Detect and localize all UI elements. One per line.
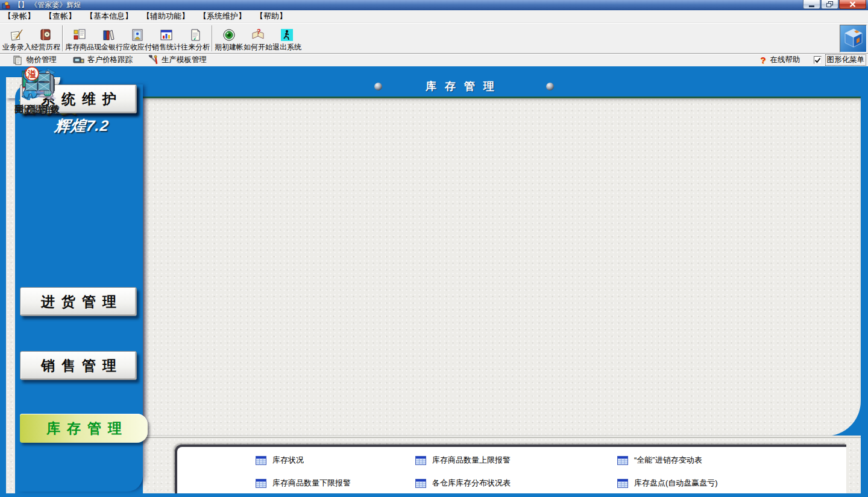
- svg-text:溢: 溢: [27, 69, 36, 78]
- report-label: “全能”进销存变动表: [634, 455, 702, 466]
- table-icon: [256, 479, 266, 488]
- toolbar2: 物价管理 客户价格跟踪 生产模板管理 ? 在线帮助: [0, 53, 868, 66]
- toolbar2-price-management[interactable]: 物价管理: [13, 55, 57, 65]
- toolbar: 业务录入 经营历程 库: [0, 23, 868, 53]
- toolbar-label: 库存商品: [65, 43, 94, 51]
- menu-query[interactable]: 【查帐】: [45, 11, 76, 22]
- window-controls: [802, 0, 866, 9]
- toolbar-cash-bank[interactable]: 现金银行: [94, 24, 123, 53]
- report-label: 库存商品数量下限报警: [272, 478, 351, 489]
- report-upper-limit-alarm[interactable]: 库存商品数量上限报警: [415, 455, 511, 466]
- toolbar-account-analysis[interactable]: 往来分析: [181, 24, 210, 53]
- toolbar-separator: [62, 25, 63, 51]
- customer-price-icon: [72, 55, 84, 65]
- online-help-link[interactable]: 在线帮助: [770, 55, 800, 65]
- analysis-doc-icon: [188, 27, 203, 43]
- sidebar-item-sales[interactable]: 销售管理: [20, 351, 137, 380]
- price-doc-icon: [13, 55, 24, 65]
- menu-system-maintenance[interactable]: 【系统维护】: [199, 11, 246, 22]
- close-icon: [849, 1, 856, 7]
- menu-record[interactable]: 【录帐】: [4, 11, 35, 22]
- app-window: 【】 《管家婆》辉煌 【录帐】 【查帐】 【基本信息】 【辅助功能】 【系统维护: [0, 0, 868, 497]
- report-label: 各仓库库存分布状况表: [432, 478, 511, 489]
- cube-panel: [840, 25, 867, 52]
- table-icon: [415, 479, 426, 488]
- cash-bank-icon: [101, 27, 116, 43]
- how-to-start-icon: ?: [251, 27, 265, 43]
- history-book-icon: [39, 27, 53, 43]
- toolbar2-customer-price-tracking[interactable]: 客户价格跟踪: [72, 55, 133, 65]
- report-warehouse-distribution[interactable]: 各仓库库存分布状况表: [415, 478, 511, 489]
- sidebar-item-inventory[interactable]: 库存管理: [20, 414, 148, 443]
- restore-icon: [826, 1, 834, 8]
- menu-aux-functions[interactable]: 【辅助功能】: [142, 11, 189, 22]
- table-icon: [256, 456, 266, 465]
- titlebar: 【】 《管家婆》辉煌: [0, 0, 868, 10]
- exit-system-icon: [280, 27, 294, 43]
- init-account-icon: [222, 27, 236, 43]
- menu-bar: 【录帐】 【查帐】 【基本信息】 【辅助功能】 【系统维护】 【帮助】: [0, 10, 868, 23]
- report-label: 库存盘点(自动盘赢盘亏): [634, 478, 718, 489]
- toolbar2-label: 生产模板管理: [162, 55, 207, 65]
- report-omnipotent-change-table[interactable]: “全能”进销存变动表: [617, 455, 702, 466]
- left-strip: [6, 84, 15, 493]
- close-button[interactable]: [839, 0, 866, 9]
- overflow-report-icon: 溢: [0, 66, 77, 100]
- toolbar-how-to-start[interactable]: ? 如何开始: [244, 24, 272, 53]
- sales-chart-icon: [159, 27, 174, 43]
- minimize-icon: [809, 2, 815, 7]
- module-overflow-report[interactable]: 溢 报溢单: [0, 66, 77, 115]
- toolbar-inventory-goods[interactable]: 库存商品: [65, 24, 94, 53]
- window-title: 【】 《管家婆》辉煌: [14, 0, 81, 10]
- main-area: 库存管理 管家婆 辉煌7.2 进货管理 销售管理 库存管理 钱流管理 系统维护: [0, 66, 868, 497]
- pen-pad-icon: [10, 27, 24, 43]
- menu-basic-info[interactable]: 【基本信息】: [86, 11, 133, 22]
- report-stocktaking[interactable]: 库存盘点(自动盘赢盘亏): [617, 478, 718, 489]
- svg-text:?: ?: [257, 28, 261, 35]
- restore-button[interactable]: [821, 0, 838, 9]
- app-icon: [2, 1, 10, 9]
- table-icon: [617, 479, 628, 488]
- toolbar-label: 经营历程: [31, 43, 60, 51]
- minimize-button[interactable]: [803, 0, 820, 9]
- toolbar-sales-stats[interactable]: 销售统计: [152, 24, 181, 53]
- toolbar-receivable-payable[interactable]: 应收应付: [123, 24, 152, 53]
- menu-help[interactable]: 【帮助】: [256, 11, 287, 22]
- template-tools-icon: [148, 55, 159, 65]
- content-area: [143, 98, 861, 436]
- toolbar2-label: 物价管理: [27, 55, 57, 65]
- toolbar-business-history[interactable]: 经营历程: [31, 24, 60, 53]
- check-icon: [814, 57, 821, 63]
- module-label: 报溢单: [0, 104, 77, 115]
- report-lower-limit-alarm[interactable]: 库存商品数量下限报警: [256, 478, 351, 489]
- toolbar-label: 期初建帐: [215, 43, 244, 51]
- toolbar-label: 现金银行: [94, 43, 123, 51]
- report-panel: 库存状况 库存商品数量上限报警 “全能”进销存变动表: [175, 445, 846, 493]
- sidebar-item-purchase[interactable]: 进货管理: [20, 287, 137, 316]
- toolbar-initial-account[interactable]: 期初建帐: [215, 24, 244, 53]
- toolbar-label: 销售统计: [152, 43, 181, 51]
- toolbar2-right: ? 在线帮助 图形化菜单: [760, 55, 866, 65]
- toolbar-exit-system[interactable]: 退出系统: [272, 24, 301, 53]
- table-icon: [415, 456, 426, 465]
- help-question-icon: ?: [760, 55, 766, 65]
- sidebar: 管家婆 辉煌7.2 进货管理 销售管理 库存管理 钱流管理 系统维护: [15, 84, 143, 492]
- toolbar-label: 往来分析: [181, 43, 210, 51]
- toolbar-label: 退出系统: [272, 43, 301, 51]
- logo-version: 辉煌7.2: [54, 116, 110, 136]
- report-inventory-status[interactable]: 库存状况: [256, 455, 304, 466]
- goods-boxes-icon: [72, 27, 87, 43]
- toolbar-business-entry[interactable]: 业务录入: [2, 24, 31, 53]
- toolbar2-production-template[interactable]: 生产模板管理: [148, 55, 207, 65]
- header-underline: [55, 97, 861, 98]
- graphical-menu-label[interactable]: 图形化菜单: [826, 55, 866, 65]
- toolbar-label: 如何开始: [244, 43, 272, 51]
- table-icon: [617, 456, 628, 465]
- section-title: 库存管理: [426, 79, 503, 93]
- toolbar2-label: 客户价格跟踪: [87, 55, 133, 65]
- graphical-menu-checkbox[interactable]: [814, 56, 822, 64]
- section-header: 库存管理: [338, 78, 591, 94]
- receivable-payable-icon: [130, 27, 145, 43]
- toolbar-label: 应收应付: [123, 43, 152, 51]
- report-label: 库存状况: [272, 455, 304, 466]
